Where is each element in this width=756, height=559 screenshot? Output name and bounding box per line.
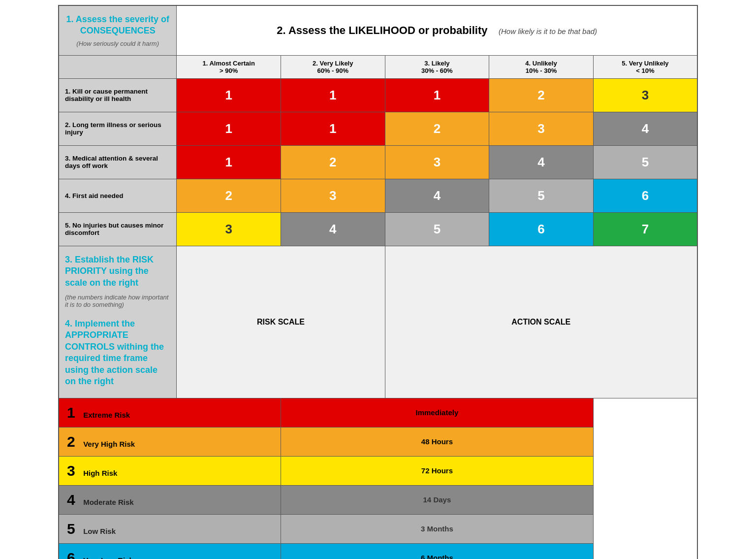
consequence-row-1: 1. Kill or cause permanent disability or… bbox=[59, 78, 697, 112]
cell-4-4: 5 bbox=[489, 179, 594, 212]
likelihood-col-5: 5. Very Unlikely < 10% bbox=[593, 55, 697, 78]
consequence-1-label: 1. Kill or cause permanent disability or… bbox=[59, 78, 177, 112]
cell-2-1: 1 bbox=[177, 112, 281, 145]
action-cell-4: 14 Days bbox=[281, 486, 593, 515]
risk-row-3: 3 High Risk 72 Hours bbox=[59, 457, 697, 486]
cell-2-4: 3 bbox=[489, 112, 594, 145]
risk-scale-cell-4: 4 Moderate Risk bbox=[59, 486, 281, 515]
risk-row-4: 4 Moderate Risk 14 Days bbox=[59, 486, 697, 515]
cell-3-1: 1 bbox=[177, 145, 281, 179]
action-cell-2: 48 Hours bbox=[281, 427, 593, 457]
cell-5-5: 7 bbox=[593, 212, 697, 246]
risk-row-5: 5 Low Risk 3 Months bbox=[59, 515, 697, 544]
cell-1-5: 3 bbox=[593, 78, 697, 112]
step3-title: 3. Establish the RISK PRIORITY using the… bbox=[65, 254, 170, 289]
risk-row-1: 1 Extreme Risk Immediately bbox=[59, 398, 697, 427]
step4-title: 4. Implement the APPROPRIATE CONTROLS wi… bbox=[65, 318, 170, 387]
step2-italic: (How likely is it to be that bad) bbox=[499, 27, 597, 35]
risk-scale-cell-2: 2 Very High Risk bbox=[59, 427, 281, 457]
cell-3-3: 3 bbox=[385, 145, 489, 179]
cell-3-5: 5 bbox=[593, 145, 697, 179]
risk-row-2: 2 Very High Risk 48 Hours bbox=[59, 427, 697, 457]
cell-4-2: 3 bbox=[281, 179, 385, 212]
likelihood-col-3: 3. Likely 30% - 60% bbox=[385, 55, 489, 78]
consequence-row-3: 3. Medical attention & several days off … bbox=[59, 145, 697, 179]
cell-5-4: 6 bbox=[489, 212, 594, 246]
risk-scale-header: RISK SCALE bbox=[177, 246, 385, 398]
step1-header: 1. Assess the severity of CONSEQUENCES (… bbox=[59, 5, 177, 55]
likelihood-col-1: 1. Almost Certain > 90% bbox=[177, 55, 281, 78]
step1-title: 1. Assess the severity of CONSEQUENCES bbox=[65, 14, 170, 37]
cell-1-2: 1 bbox=[281, 78, 385, 112]
risk-scale-cell-3: 3 High Risk bbox=[59, 457, 281, 486]
likelihood-col-4: 4. Unlikely 10% - 30% bbox=[489, 55, 594, 78]
cell-5-1: 3 bbox=[177, 212, 281, 246]
cell-2-3: 2 bbox=[385, 112, 489, 145]
step1-sub: (How seriously could it harm) bbox=[65, 40, 170, 47]
cell-1-4: 2 bbox=[489, 78, 594, 112]
action-scale-header: ACTION SCALE bbox=[385, 246, 697, 398]
action-cell-5: 3 Months bbox=[281, 515, 593, 544]
action-cell-6: 6 Months bbox=[281, 544, 593, 559]
consequence-2-label: 2. Long term illness or serious injury bbox=[59, 112, 177, 145]
cell-1-1: 1 bbox=[177, 78, 281, 112]
action-cell-1: Immediately bbox=[281, 398, 593, 427]
step3-sub: (the numbers indicate how important it i… bbox=[65, 294, 170, 308]
cell-4-1: 2 bbox=[177, 179, 281, 212]
consequence-row-2: 2. Long term illness or serious injury 1… bbox=[59, 112, 697, 145]
cell-3-4: 4 bbox=[489, 145, 594, 179]
cell-4-3: 4 bbox=[385, 179, 489, 212]
cell-2-5: 4 bbox=[593, 112, 697, 145]
risk-scale-cell-1: 1 Extreme Risk bbox=[59, 398, 281, 427]
consequence-row-4: 4. First aid needed 2 3 4 5 6 bbox=[59, 179, 697, 212]
bottom-left-info: 3. Establish the RISK PRIORITY using the… bbox=[59, 246, 177, 398]
cell-5-2: 4 bbox=[281, 212, 385, 246]
risk-scale-cell-6: 6 Very Low Risk bbox=[59, 544, 281, 559]
step2-title: 2. Assess the LIKELIHOOD or probability bbox=[277, 24, 487, 36]
consequence-row-5: 5. No injuries but causes minor discomfo… bbox=[59, 212, 697, 246]
cell-2-2: 1 bbox=[281, 112, 385, 145]
step2-header: 2. Assess the LIKELIHOOD or probability … bbox=[177, 5, 697, 55]
cell-5-3: 5 bbox=[385, 212, 489, 246]
cell-4-5: 6 bbox=[593, 179, 697, 212]
consequence-3-label: 3. Medical attention & several days off … bbox=[59, 145, 177, 179]
risk-row-6: 6 Very Low Risk 6 Months bbox=[59, 544, 697, 559]
consequence-4-label: 4. First aid needed bbox=[59, 179, 177, 212]
cell-3-2: 2 bbox=[281, 145, 385, 179]
risk-matrix-table: 1. Assess the severity of CONSEQUENCES (… bbox=[58, 5, 698, 559]
risk-scale-cell-5: 5 Low Risk bbox=[59, 515, 281, 544]
consequence-5-label: 5. No injuries but causes minor discomfo… bbox=[59, 212, 177, 246]
action-cell-3: 72 Hours bbox=[281, 457, 593, 486]
likelihood-col-2: 2. Very Likely 60% - 90% bbox=[281, 55, 385, 78]
scale-header-row: 3. Establish the RISK PRIORITY using the… bbox=[59, 246, 697, 398]
cell-1-3: 1 bbox=[385, 78, 489, 112]
